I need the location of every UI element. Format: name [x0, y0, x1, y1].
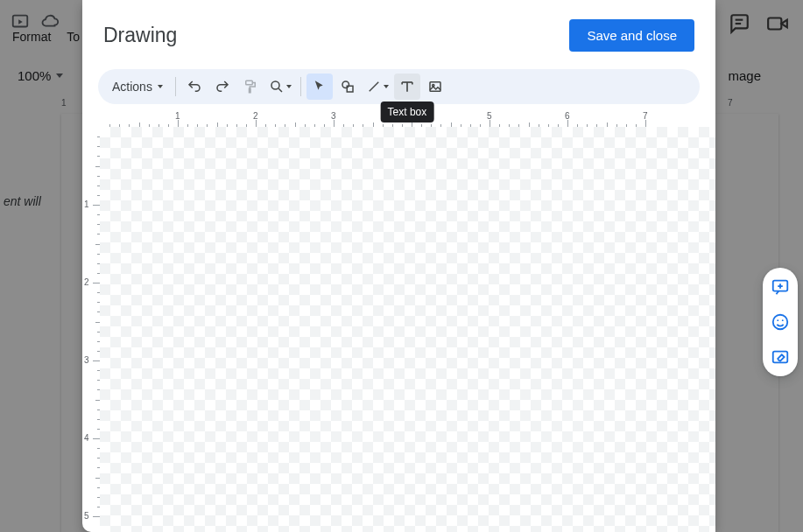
play-presentation-icon[interactable]	[11, 12, 30, 32]
ruler-num: 7	[728, 98, 736, 108]
ruler-label: 1	[175, 111, 180, 121]
caret-down-icon	[286, 85, 292, 88]
ruler-label: 5	[487, 111, 492, 121]
video-call-icon[interactable]	[766, 12, 785, 32]
toolbar-separator	[175, 77, 176, 96]
svg-rect-22	[430, 82, 440, 92]
zoom-dropdown[interactable]: 100%	[11, 63, 70, 88]
text-box-tool-button[interactable]: Text box	[394, 74, 420, 100]
drawing-v-ruler[interactable]: 12345	[82, 127, 100, 532]
svg-point-8	[777, 319, 778, 321]
actions-menu-button[interactable]: Actions	[105, 74, 170, 99]
suggest-edits-button[interactable]	[768, 345, 792, 369]
ruler-label: 4	[84, 433, 89, 443]
toolbar-partial-text: mage	[728, 68, 761, 83]
emoji-react-button[interactable]	[768, 310, 792, 334]
shape-tool-button[interactable]	[335, 74, 361, 100]
caret-down-icon	[384, 85, 389, 88]
select-tool-button[interactable]	[306, 74, 333, 100]
ruler-label: 2	[84, 277, 89, 287]
side-rail	[763, 268, 798, 376]
svg-line-14	[278, 88, 282, 92]
actions-label: Actions	[112, 80, 152, 94]
doc-placeholder-partial: ent will	[4, 194, 41, 208]
svg-point-13	[271, 81, 279, 89]
drawing-modal: Drawing Save and close Actions	[82, 0, 715, 532]
ruler-label: 5	[84, 511, 89, 521]
tooltip-text-box: Text box	[381, 102, 434, 122]
add-comment-button[interactable]	[768, 275, 792, 299]
drawing-canvas-area: 1234567 12345	[82, 111, 715, 532]
ruler-label: 3	[84, 355, 89, 365]
ruler-label: 2	[253, 111, 258, 121]
modal-header: Drawing Save and close	[82, 0, 715, 69]
caret-down-icon	[56, 74, 63, 78]
comment-history-icon[interactable]	[728, 12, 747, 32]
svg-point-9	[782, 319, 784, 321]
zoom-tool-button[interactable]	[265, 74, 295, 100]
ruler-label: 7	[643, 111, 648, 121]
zoom-value: 100%	[18, 68, 51, 83]
line-tool-button[interactable]	[363, 74, 392, 100]
svg-point-15	[342, 81, 349, 88]
image-tool-button[interactable]	[422, 74, 448, 100]
svg-point-7	[773, 315, 788, 330]
undo-button[interactable]	[181, 74, 208, 100]
paint-format-button[interactable]	[237, 74, 264, 100]
redo-button[interactable]	[209, 74, 236, 100]
toolbar-separator	[300, 77, 301, 96]
drawing-toolbar: Actions Text box	[98, 69, 700, 104]
ruler-label: 1	[84, 200, 89, 209]
modal-title: Drawing	[103, 24, 177, 47]
menu-tools-partial[interactable]: To	[67, 30, 80, 44]
svg-line-17	[370, 82, 379, 92]
ruler-num: 1	[61, 98, 70, 108]
menu-format[interactable]: Format	[12, 30, 51, 44]
svg-rect-3	[768, 18, 781, 30]
save-and-close-button[interactable]: Save and close	[569, 19, 694, 52]
svg-rect-12	[249, 88, 250, 93]
drawing-canvas[interactable]	[100, 127, 715, 532]
ruler-label: 6	[565, 111, 570, 121]
caret-down-icon	[158, 85, 163, 88]
cloud-status-icon[interactable]	[40, 12, 60, 32]
ruler-label: 3	[331, 111, 336, 121]
svg-rect-11	[246, 80, 253, 85]
